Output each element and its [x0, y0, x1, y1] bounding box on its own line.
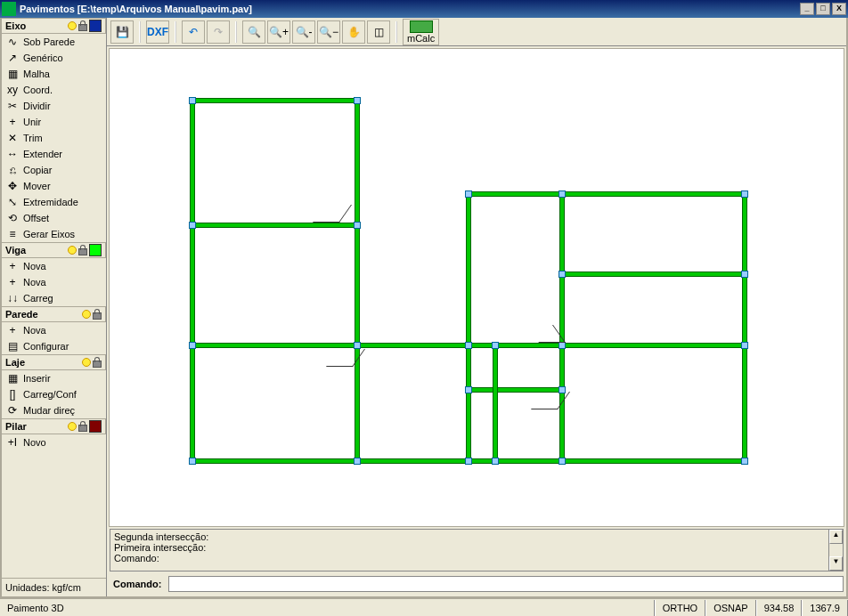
- section-title: Pilar: [5, 421, 27, 432]
- zoom-in-button[interactable]: 🔍+: [267, 20, 290, 44]
- lightbulb-icon[interactable]: [68, 21, 77, 30]
- tool-icon: ⤡: [5, 195, 20, 209]
- tool-label: Gerar Eixos: [23, 229, 75, 239]
- tool-nova[interactable]: +Nova: [2, 274, 106, 290]
- section-head-laje[interactable]: Laje: [2, 354, 106, 370]
- minimize-button[interactable]: _: [800, 3, 814, 15]
- tool-unir[interactable]: +Unir: [2, 114, 106, 130]
- tool-sob-parede[interactable]: ∿Sob Parede: [2, 34, 106, 50]
- undo-button[interactable]: ↶: [182, 20, 205, 44]
- tool-icon: ∿: [5, 35, 20, 49]
- tool-carreg[interactable]: ↓↓Carreg: [2, 290, 106, 306]
- mcalc-button[interactable]: mCalc: [403, 19, 439, 45]
- zoom-out-button[interactable]: 🔍−: [317, 20, 340, 44]
- lock-icon[interactable]: [93, 357, 102, 368]
- tool-label: Sob Parede: [23, 36, 75, 47]
- app-icon: [2, 2, 16, 16]
- log-line: Comando:: [114, 553, 825, 563]
- status-y: 1367.9: [802, 600, 848, 616]
- command-label: Comando:: [110, 579, 165, 589]
- lightbulb-icon[interactable]: [82, 310, 91, 319]
- toolbar-divider: [139, 21, 141, 43]
- statusbar: Paimento 3D ORTHO OSNAP 934.58 1367.9: [0, 598, 848, 616]
- tool-label: Configurar: [23, 341, 69, 352]
- tool-icon: ↗: [5, 51, 20, 65]
- tool-icon: ≡: [5, 227, 20, 241]
- drawing-canvas[interactable]: [109, 48, 844, 527]
- tool-icon: ▦: [5, 371, 20, 385]
- toolbar: 💾 DXF ↶ ↷ 🔍 🔍+ 🔍- 🔍− ✋ ◫ mCalc: [107, 18, 846, 46]
- tool-icon: ↔: [5, 147, 20, 161]
- lock-icon[interactable]: [78, 245, 87, 255]
- lock-icon[interactable]: [93, 309, 102, 320]
- tool-icon: ✕: [5, 131, 20, 145]
- section-head-pilar[interactable]: Pilar: [2, 418, 106, 434]
- status-x: 934.58: [756, 600, 803, 616]
- tool-gerar-eixos[interactable]: ≡Gerar Eixos: [2, 226, 106, 242]
- color-swatch[interactable]: [89, 420, 102, 433]
- tool-label: Dividir: [23, 101, 51, 111]
- titlebar: Pavimentos [E:\temp\Arquivos Manual\pavi…: [0, 0, 848, 18]
- tool-gen-rico[interactable]: ↗Genérico: [2, 50, 106, 66]
- color-swatch[interactable]: [89, 244, 102, 256]
- command-log: Segunda intersecção: Primeira intersecçã…: [110, 529, 844, 571]
- tool-configurar[interactable]: ▤Configurar: [2, 338, 106, 354]
- lightbulb-icon[interactable]: [68, 422, 77, 431]
- lock-icon[interactable]: [78, 20, 87, 31]
- tool-label: Copiar: [23, 165, 52, 175]
- log-scrollbar[interactable]: ▲ ▼: [828, 530, 843, 571]
- tool-label: Nova: [23, 325, 46, 336]
- scroll-up-button[interactable]: ▲: [829, 530, 843, 544]
- lock-icon[interactable]: [78, 421, 87, 432]
- tool-extender[interactable]: ↔Extender: [2, 146, 106, 162]
- section-head-parede[interactable]: Parede: [2, 306, 106, 322]
- tool-coord-[interactable]: xyCoord.: [2, 82, 106, 98]
- tool-icon: +: [5, 259, 20, 273]
- lightbulb-icon[interactable]: [82, 358, 91, 367]
- tool-mover[interactable]: ✥Mover: [2, 178, 106, 194]
- tool-label: Coord.: [23, 85, 53, 95]
- tool-icon: +: [5, 323, 20, 337]
- save-button[interactable]: 💾: [110, 20, 134, 44]
- tool-label: Nova: [23, 261, 46, 272]
- color-swatch[interactable]: [89, 20, 102, 32]
- zoom-extents-button[interactable]: 🔍: [242, 20, 265, 44]
- tool-label: Genérico: [23, 53, 63, 63]
- tool-label: Mover: [23, 181, 51, 191]
- tool-dividir[interactable]: ✂Dividir: [2, 98, 106, 114]
- erase-button[interactable]: ◫: [367, 20, 390, 44]
- tool-nova[interactable]: +Nova: [2, 258, 106, 274]
- mcalc-icon: [410, 20, 433, 33]
- section-title: Viga: [5, 245, 26, 255]
- lightbulb-icon[interactable]: [68, 246, 77, 255]
- status-ortho[interactable]: ORTHO: [655, 600, 706, 616]
- status-left: Paimento 3D: [0, 600, 655, 616]
- tool-nova[interactable]: +Nova: [2, 322, 106, 338]
- status-osnap[interactable]: OSNAP: [705, 600, 756, 616]
- close-button[interactable]: X: [832, 3, 846, 15]
- tool-novo[interactable]: +INovo: [2, 434, 106, 450]
- tool-offset[interactable]: ⟲Offset: [2, 210, 106, 226]
- tool-icon: ▦: [5, 67, 20, 81]
- tool-carreg-conf[interactable]: []Carreg/Conf: [2, 386, 106, 402]
- tool-inserir[interactable]: ▦Inserir: [2, 370, 106, 386]
- log-line: Primeira intersecção:: [114, 542, 825, 553]
- zoom-window-button[interactable]: 🔍-: [292, 20, 315, 44]
- pan-button[interactable]: ✋: [342, 20, 365, 44]
- tool-trim[interactable]: ✕Trim: [2, 130, 106, 146]
- maximize-button[interactable]: □: [816, 3, 830, 15]
- tool-label: Inserir: [23, 373, 51, 384]
- scroll-down-button[interactable]: ▼: [829, 556, 843, 571]
- tool-mudar-dire-[interactable]: ⟳Mudar direç: [2, 402, 106, 418]
- dxf-button[interactable]: DXF: [146, 20, 169, 44]
- tool-label: Unir: [23, 117, 41, 127]
- command-input[interactable]: [168, 576, 844, 592]
- tool-label: Novo: [23, 437, 46, 448]
- tool-malha[interactable]: ▦Malha: [2, 66, 106, 82]
- redo-button[interactable]: ↷: [207, 20, 230, 44]
- tool-copiar[interactable]: ⎌Copiar: [2, 162, 106, 178]
- section-head-eixo[interactable]: Eixo: [2, 18, 106, 34]
- tool-label: Trim: [23, 133, 43, 143]
- section-head-viga[interactable]: Viga: [2, 242, 106, 258]
- tool-extremidade[interactable]: ⤡Extremidade: [2, 194, 106, 210]
